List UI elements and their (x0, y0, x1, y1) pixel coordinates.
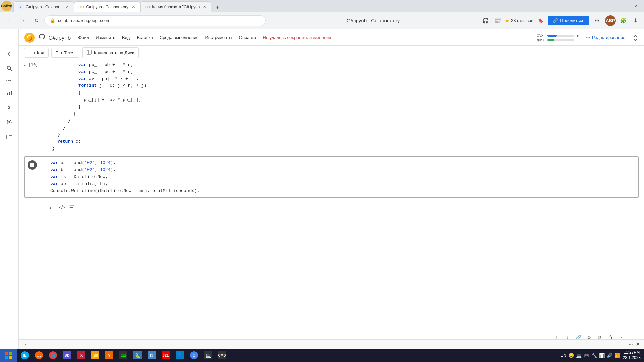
toolbar-more-button[interactable]: ··· (141, 49, 151, 57)
github-icon (39, 35, 46, 41)
main-layout: сек. 2 {x} (0, 29, 644, 349)
sidebar-search-icon[interactable] (3, 62, 16, 75)
taskbar-clock[interactable]: 11:27PM 28.1.2023 (623, 350, 641, 360)
taskbar-icon-1[interactable]: IE (18, 349, 32, 361)
address-input[interactable]: 🔒 colab.research.google.com (44, 15, 266, 26)
taskbar-icon-6[interactable]: 📁 (89, 349, 102, 361)
add-code-button[interactable]: + + Код (24, 48, 49, 58)
headphones-icon[interactable]: 🎧 (481, 16, 490, 25)
cell2-settings-icon[interactable]: ⚙ (584, 333, 594, 339)
share-button[interactable]: 🔗 Поделиться (548, 16, 589, 25)
bottom-close-btn[interactable]: ✕ (636, 341, 640, 347)
sidebar-chart-icon[interactable] (3, 86, 16, 99)
bottom-dots-btn[interactable]: ··· (629, 341, 633, 347)
sidebar-number2-icon[interactable]: 2 (3, 101, 16, 114)
browser-tab-3[interactable]: CO Копия блокнота "C#.ipynb ✕ (140, 1, 211, 12)
taskbar-icon-9[interactable]: 🐍 (131, 349, 144, 361)
sidebar-menu-icon[interactable] (3, 32, 16, 46)
menu-file[interactable]: Файл (75, 34, 92, 41)
add-code-label: + Код (33, 50, 44, 55)
bookmark-icon[interactable]: 🔖 (536, 16, 545, 25)
tab-close-3[interactable]: ✕ (202, 4, 207, 10)
taskbar-icon-4[interactable]: SD (60, 349, 74, 361)
reload-button[interactable]: ↻ (31, 15, 42, 26)
menu-insert[interactable]: Вставка (133, 34, 156, 41)
copy-drive-button[interactable]: Копировать на Диск (82, 47, 139, 58)
taskbar-icon-14[interactable]: 💻 (201, 349, 215, 361)
cell2-more-icon[interactable]: ⋮ (616, 333, 626, 339)
cell2-copy-icon[interactable]: ⧉ (595, 333, 604, 339)
extensions-icon[interactable]: 🧩 (619, 16, 628, 25)
ram-dropdown-icon[interactable]: ▼ (576, 33, 580, 38)
browser-tab-1[interactable]: 2 C#.ipynb - Colabor... ✕ (13, 1, 74, 12)
menu-tools[interactable]: Инструменты (202, 34, 235, 41)
ram-label: ОЗУ (537, 34, 546, 37)
browser-window: Войти 2 C#.ipynb - Colabor... ✕ CO C#.ip… (0, 0, 644, 349)
tab-close-1[interactable]: ✕ (64, 4, 70, 10)
menu-warning[interactable]: Не удалось сохранить изменения (260, 34, 335, 41)
menu-view[interactable]: Вид (119, 34, 133, 41)
user-profile-icon[interactable]: Войти (1, 1, 12, 11)
reviews-btn[interactable]: ★ 28 отзывов (505, 18, 533, 23)
sidebar-back-icon[interactable] (3, 47, 16, 60)
menu-runtime[interactable]: Среда выполнения (156, 34, 202, 41)
cell2-link-icon[interactable]: 🔗 (574, 333, 583, 339)
svg-rect-12 (70, 207, 73, 208)
reader-icon[interactable]: 📰 (493, 16, 502, 25)
sidebar-variable-icon[interactable]: {x} (3, 115, 16, 129)
svg-rect-13 (5, 352, 8, 355)
taskbar-icon-7[interactable]: Y (103, 349, 116, 361)
taskbar-icon-8[interactable]: ⌨ (117, 349, 130, 361)
cell-2-code[interactable]: var a = rand(1024, 1024); var b = rand(1… (50, 160, 635, 194)
title-bar-left: Войти (0, 1, 13, 11)
menu-edit[interactable]: Изменить (92, 34, 119, 41)
svg-rect-15 (5, 356, 8, 359)
toolbar: + + Код T + Текст Копировать на Диск ··· (19, 46, 644, 60)
cell2-move-up-icon[interactable]: ↑ (552, 333, 561, 339)
svg-rect-2 (6, 41, 13, 41)
sidebar-running-indicator: сек. (3, 76, 16, 84)
cell2-move-down-icon[interactable]: ↓ (563, 333, 572, 339)
cell-1-code[interactable]: var pb_ = pb + i * n; var pc_ = pc + i *… (47, 62, 639, 152)
tab-close-2[interactable]: ✕ (130, 4, 136, 10)
taskbar-icon-13[interactable] (187, 349, 201, 361)
back-button[interactable]: ← (4, 15, 15, 26)
minimize-button[interactable]: — (598, 0, 613, 12)
cell-2-line-3: var ms = DateTime.Now; (50, 174, 635, 181)
add-cell-chevron-icon[interactable]: › (46, 203, 55, 213)
taskbar-icon-3[interactable]: 🌐 (46, 349, 60, 361)
notebook-name: C#.ipynb (48, 35, 71, 41)
taskbar-icon-2[interactable]: 🦊 (32, 349, 46, 361)
settings-icon[interactable]: ⚙ (592, 15, 602, 26)
edit-button[interactable]: ✏ Редактирование (582, 33, 629, 42)
clock-date: 28.1.2023 (623, 355, 641, 361)
bottom-chevron-right[interactable]: › (23, 341, 28, 347)
forward-button[interactable]: → (17, 15, 28, 26)
sidebar-folder-icon[interactable] (3, 130, 16, 143)
new-tab-button[interactable]: + (213, 3, 222, 12)
add-text-button[interactable]: T + Текст (51, 48, 79, 58)
taskbar-icon-15[interactable]: CMD (215, 349, 229, 361)
browser-tab-2[interactable]: CO C#.ipynb - Colaboratory ✕ (74, 1, 140, 12)
colab-menu-bar: Файл Изменить Вид Вставка Среда выполнен… (75, 34, 334, 41)
close-button[interactable]: ✕ (629, 0, 644, 12)
start-button[interactable] (0, 349, 17, 362)
window-controls: — □ ✕ (598, 0, 644, 12)
add-text-inline-btn[interactable] (69, 204, 75, 212)
user-avatar[interactable]: ABP (605, 15, 616, 26)
taskbar-icon-10[interactable]: 🖥 (145, 349, 158, 361)
svg-rect-16 (9, 356, 12, 359)
taskbar-icon-11[interactable]: 321 (159, 349, 172, 361)
cell2-delete-icon[interactable]: 🗑 (606, 333, 615, 339)
add-code-inline-btn[interactable] (59, 204, 65, 212)
menu-help[interactable]: Справка (236, 34, 260, 41)
collapse-toolbar-btn[interactable] (632, 34, 639, 41)
taskbar-icon-5[interactable]: ⚔ (74, 349, 88, 361)
svg-point-19 (193, 354, 195, 356)
address-bar: ← → ↻ 🔒 colab.research.google.com C#.ipy… (0, 12, 644, 29)
maximize-button[interactable]: □ (613, 0, 629, 12)
download-icon[interactable]: ⬇ (631, 16, 640, 25)
cell-2-run-button[interactable] (28, 160, 37, 170)
taskbar-icon-12[interactable]: 🔵 (173, 349, 186, 361)
cell-2[interactable]: var a = rand(1024, 1024); var b = rand(1… (24, 156, 639, 198)
